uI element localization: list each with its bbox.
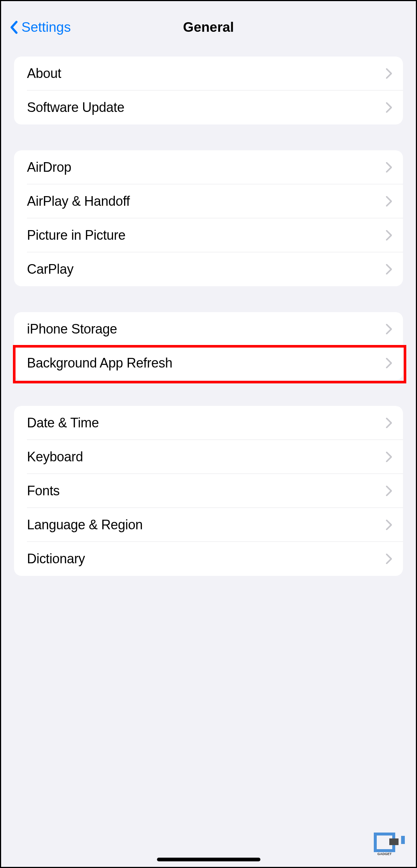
chevron-right-icon xyxy=(386,418,392,428)
chevron-right-icon xyxy=(386,196,392,206)
chevron-right-icon xyxy=(386,324,392,334)
navigation-bar: Settings General xyxy=(1,1,416,57)
row-keyboard[interactable]: Keyboard xyxy=(14,440,403,474)
chevron-right-icon xyxy=(386,68,392,79)
chevron-right-icon xyxy=(386,486,392,496)
row-label: Fonts xyxy=(27,483,60,499)
row-carplay[interactable]: CarPlay xyxy=(14,252,403,286)
row-fonts[interactable]: Fonts xyxy=(14,474,403,508)
section-about: About Software Update xyxy=(14,57,403,124)
chevron-left-icon xyxy=(10,21,18,34)
chevron-right-icon xyxy=(386,358,392,368)
row-dictionary[interactable]: Dictionary xyxy=(14,542,403,576)
watermark-logo: GADGET xyxy=(372,830,409,858)
section-storage: iPhone Storage Background App Refresh xyxy=(14,312,403,380)
row-language-region[interactable]: Language & Region xyxy=(14,508,403,542)
row-label: Background App Refresh xyxy=(27,355,172,371)
section-connectivity: AirDrop AirPlay & Handoff Picture in Pic… xyxy=(14,150,403,286)
row-label: Dictionary xyxy=(27,551,85,567)
chevron-right-icon xyxy=(386,452,392,462)
row-label: Picture in Picture xyxy=(27,228,126,243)
row-label: Date & Time xyxy=(27,415,99,431)
row-label: AirPlay & Handoff xyxy=(27,194,130,209)
row-software-update[interactable]: Software Update xyxy=(14,90,403,124)
row-label: CarPlay xyxy=(27,262,74,277)
row-iphone-storage[interactable]: iPhone Storage xyxy=(14,312,403,346)
svg-rect-2 xyxy=(401,836,405,844)
section-system: Date & Time Keyboard Fonts Language & Re… xyxy=(14,406,403,576)
row-date-time[interactable]: Date & Time xyxy=(14,406,403,440)
back-button[interactable]: Settings xyxy=(10,20,71,35)
row-label: iPhone Storage xyxy=(27,321,117,337)
row-background-app-refresh[interactable]: Background App Refresh xyxy=(14,346,403,380)
chevron-right-icon xyxy=(386,264,392,274)
svg-text:GADGET: GADGET xyxy=(377,852,392,856)
settings-content: About Software Update AirDrop AirPlay & … xyxy=(1,57,416,576)
chevron-right-icon xyxy=(386,162,392,172)
chevron-right-icon xyxy=(386,554,392,564)
chevron-right-icon xyxy=(386,230,392,240)
row-label: Language & Region xyxy=(27,517,143,533)
page-title: General xyxy=(183,20,234,35)
row-label: About xyxy=(27,66,61,81)
row-label: AirDrop xyxy=(27,160,71,175)
chevron-right-icon xyxy=(386,102,392,113)
back-label: Settings xyxy=(21,20,71,35)
row-airplay-handoff[interactable]: AirPlay & Handoff xyxy=(14,184,403,218)
row-label: Keyboard xyxy=(27,449,83,465)
row-picture-in-picture[interactable]: Picture in Picture xyxy=(14,218,403,252)
svg-rect-1 xyxy=(389,838,399,845)
row-label: Software Update xyxy=(27,100,124,115)
row-airdrop[interactable]: AirDrop xyxy=(14,150,403,184)
chevron-right-icon xyxy=(386,520,392,530)
home-indicator[interactable] xyxy=(157,858,260,861)
row-about[interactable]: About xyxy=(14,57,403,90)
